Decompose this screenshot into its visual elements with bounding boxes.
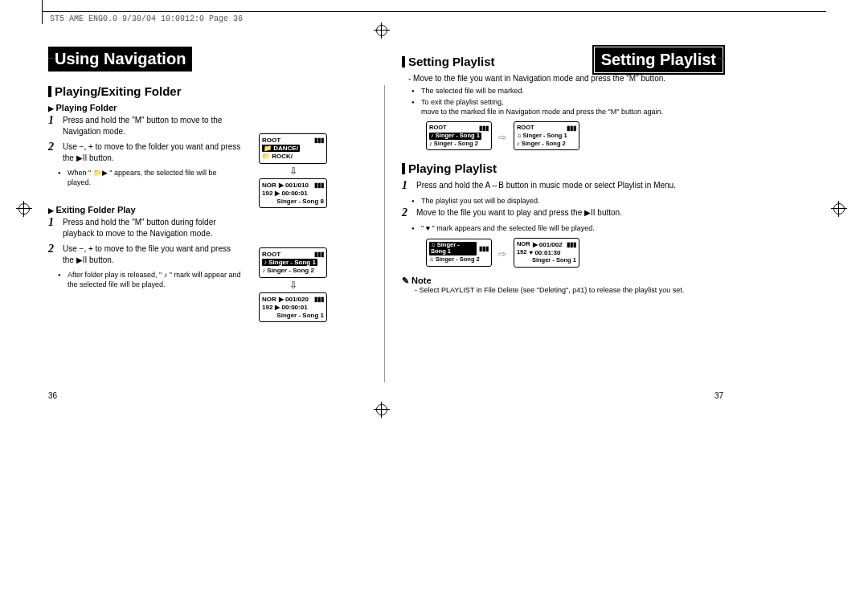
step-text: 2Use −, + to move to the file you want a… bbox=[48, 243, 241, 265]
step-number: 1 bbox=[402, 178, 407, 194]
bullet-text: When " 📁▶ " appears, the selected file w… bbox=[68, 168, 241, 187]
lcd-screen: ROOT▮▮▮ ♪ Singer - Song 1 ♪ Singer - Son… bbox=[259, 247, 327, 278]
battery-icon: ▮▮▮ bbox=[314, 137, 324, 144]
dash-text: Move to the file you want in Navigation … bbox=[408, 73, 723, 84]
arrow-right-icon: ⇨ bbox=[498, 132, 506, 143]
registration-mark-right bbox=[831, 201, 847, 217]
arrow-down-icon: ⇩ bbox=[259, 280, 327, 291]
lcd-row-playing: ♫ Singer - Song 1▮▮▮ ♫ Singer - Song 2 ⇨… bbox=[426, 238, 723, 271]
lcd-screen: ROOT▮▮▮ ♫ Singer - Song 1 ♪ Singer - Son… bbox=[514, 121, 579, 150]
lcd-group-exiting: ROOT▮▮▮ ♪ Singer - Song 1 ♪ Singer - Son… bbox=[259, 247, 327, 325]
note-text: - Select PLAYLIST in File Delete (see "D… bbox=[415, 286, 723, 294]
battery-icon: ▮▮▮ bbox=[314, 251, 324, 258]
bullet-text: " ♥ " mark appears and the selected file… bbox=[421, 223, 723, 233]
page-number-left: 36 bbox=[48, 391, 57, 400]
bullet-text: To exit the playlist setting,move to the… bbox=[421, 97, 723, 116]
step-number: 2 bbox=[48, 140, 54, 155]
lcd-row-setting: ROOT▮▮▮ ♪ Singer - Song 1 ♪ Singer - Son… bbox=[426, 121, 723, 153]
step-text: 2Move to the file you want to play and p… bbox=[402, 207, 723, 219]
right-page: Setting Playlist Setting Playlist Move t… bbox=[402, 47, 723, 400]
lcd-screen: NOR▶ 001/020▮▮▮ 192▶ 00:00:01 Singer - S… bbox=[259, 292, 327, 323]
right-content: Setting Playlist Move to the file you wa… bbox=[402, 55, 723, 294]
page-title-left: Using Navigation bbox=[48, 47, 192, 72]
step-text: 2Use −, + to move to the folder you want… bbox=[48, 141, 241, 163]
step-number: 1 bbox=[48, 215, 54, 231]
registration-mark-bottom bbox=[374, 402, 390, 418]
lcd-screen: ♫ Singer - Song 1▮▮▮ ♫ Singer - Song 2 bbox=[426, 239, 492, 267]
step-number: 2 bbox=[48, 242, 54, 257]
registration-mark-top bbox=[374, 22, 390, 39]
subheading-exiting-folder: Exiting Folder Play bbox=[48, 205, 241, 215]
battery-icon: ▮▮▮ bbox=[567, 241, 576, 248]
lcd-screen: NOR▶ 001/010▮▮▮ 192▶ 00:00:01 Singer - S… bbox=[259, 178, 327, 209]
left-content: Playing/Exiting Folder Playing Folder 1P… bbox=[48, 84, 241, 290]
note-heading: Note bbox=[402, 276, 723, 286]
heading-playing-playlist: Playing Playlist bbox=[402, 161, 723, 175]
lcd-screen: ROOT▮▮▮ ♪ Singer - Song 1 ♪ Singer - Son… bbox=[426, 121, 492, 150]
battery-icon: ▮▮▮ bbox=[567, 125, 576, 132]
heading-setting-playlist: Setting Playlist bbox=[402, 55, 723, 68]
step-number: 1 bbox=[48, 113, 54, 129]
title-rule-left bbox=[48, 58, 55, 59]
page-number-right: 37 bbox=[714, 391, 723, 400]
registration-mark-left bbox=[16, 201, 32, 217]
arrow-down-icon: ⇩ bbox=[259, 166, 327, 177]
heading-playing-exiting: Playing/Exiting Folder bbox=[48, 84, 241, 98]
bullet-text: The selected file will be marked. bbox=[421, 86, 723, 96]
battery-icon: ▮▮▮ bbox=[314, 296, 324, 303]
lcd-screen: NOR▶ 001/002▮▮▮ 192♥ 00:01:30 Singer - S… bbox=[514, 238, 579, 268]
subheading-playing-folder: Playing Folder bbox=[48, 103, 241, 112]
header-meta: ST5 AME ENG0.0 9/30/04 10:0912:0 Page 36 bbox=[50, 14, 243, 23]
page-spread: Using Navigation Playing/Exiting Folder … bbox=[48, 47, 820, 400]
battery-icon: ▮▮▮ bbox=[479, 245, 489, 252]
left-page: Using Navigation Playing/Exiting Folder … bbox=[48, 47, 370, 400]
battery-icon: ▮▮▮ bbox=[314, 182, 324, 189]
lcd-group-folder: ROOT▮▮▮ 📁 DANCE/ 📁 ROCK/ ⇩ NOR▶ 001/010▮… bbox=[259, 133, 327, 211]
bullet-text: The playlist you set will be displayed. bbox=[421, 196, 723, 206]
step-text: 1Press and hold the A↔B button in music … bbox=[402, 180, 723, 191]
arrow-right-icon: ⇨ bbox=[498, 248, 506, 260]
lcd-screen: ROOT▮▮▮ 📁 DANCE/ 📁 ROCK/ bbox=[259, 133, 327, 164]
step-text: 1Press and hold the "M" button to move t… bbox=[48, 115, 241, 137]
step-number: 2 bbox=[402, 206, 407, 221]
page-root: ST5 AME ENG0.0 9/30/04 10:0912:0 Page 36… bbox=[0, 0, 868, 613]
step-text: 1Press and hold the "M" button during fo… bbox=[48, 217, 241, 239]
bullet-text: After folder play is released, " ♪ " mar… bbox=[68, 270, 241, 289]
center-divider bbox=[384, 85, 385, 382]
battery-icon: ▮▮▮ bbox=[479, 125, 489, 132]
